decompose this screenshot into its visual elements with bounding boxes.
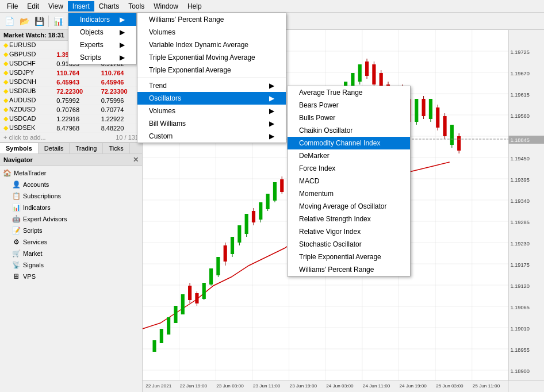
svg-text:1.19340: 1.19340 <box>510 198 529 204</box>
menu-window[interactable]: Window <box>149 1 183 11</box>
osc-triple-exponential-average[interactable]: Triple Exponential Average <box>288 251 410 263</box>
menu-help[interactable]: Help <box>183 1 206 11</box>
svg-rect-107 <box>436 107 439 128</box>
submenu-arrow-icon: ▶ <box>269 82 274 90</box>
bid-price: 0.70768 <box>53 105 97 114</box>
nav-item-services[interactable]: ⚙ Services <box>0 236 142 248</box>
nav-item-scripts[interactable]: 📝 Scripts <box>0 225 142 236</box>
svg-rect-37 <box>188 286 191 300</box>
toolbar-open[interactable]: 📂 <box>17 14 31 28</box>
menu-charts[interactable]: Charts <box>94 1 124 11</box>
osc-relative-strength-index[interactable]: Relative Strength Index <box>288 213 410 225</box>
svg-text:22 Jun 2021: 22 Jun 2021 <box>145 383 172 389</box>
tab-details[interactable]: Details <box>39 143 70 153</box>
osc-commodity-channel-index[interactable]: Commodity Channel Index <box>288 137 410 149</box>
osc-relative-vigor-index[interactable]: Relative Vigor Index <box>288 225 410 238</box>
svg-rect-61 <box>273 182 277 201</box>
nav-item-label: Expert Advisors <box>23 216 140 222</box>
services-icon: ⚙ <box>12 237 21 247</box>
nav-item-indicators[interactable]: 📊 Indicators <box>0 202 142 213</box>
indicators-triple-exp-ma[interactable]: Triple Exponential Moving Average <box>137 51 286 64</box>
table-row[interactable]: ◆NZDUSD 0.70768 0.70774 <box>0 105 142 114</box>
svg-rect-113 <box>457 136 461 151</box>
symbol-icon: ◆ <box>3 124 8 131</box>
ask-price: 6.45946 <box>98 78 142 87</box>
market-icon: 🛒 <box>12 249 21 258</box>
table-row[interactable]: ◆USDRUB 72.22300 72.23300 <box>0 87 142 96</box>
navigator-panel: Navigator ✕ 🏠 MetaTrader 👤 Accounts 📋 Su… <box>0 153 142 392</box>
tab-trading[interactable]: Trading <box>70 143 103 153</box>
osc-force-index[interactable]: Force Index <box>288 162 410 175</box>
toolbar-chart[interactable]: 📊 <box>51 14 65 28</box>
indicators-triple-exp-avg[interactable]: Triple Exponential Average <box>137 64 286 76</box>
svg-text:25 Jun 11:00: 25 Jun 11:00 <box>473 383 500 389</box>
navigator-header: Navigator ✕ <box>0 154 142 166</box>
tab-ticks[interactable]: Ticks <box>103 143 129 153</box>
add-symbol-row[interactable]: + click to add... 10 / 131 <box>0 133 142 142</box>
bid-price: 110.764 <box>53 68 97 78</box>
nav-item-market[interactable]: 🛒 Market <box>0 248 142 259</box>
menu-tools[interactable]: Tools <box>124 1 149 11</box>
nav-item-accounts[interactable]: 👤 Accounts <box>0 179 142 190</box>
osc-chaikin-oscillator[interactable]: Chaikin Oscillator <box>288 124 410 137</box>
toolbar-save[interactable]: 💾 <box>32 14 46 28</box>
table-row[interactable]: ◆USDCNH 6.45943 6.45946 <box>0 78 142 87</box>
indicators-bill-williams[interactable]: Bill Williams ▶ <box>137 117 286 130</box>
toolbar-new[interactable]: 📄 <box>2 14 16 28</box>
tab-symbols[interactable]: Symbols <box>0 143 39 153</box>
nav-item-vps[interactable]: 🖥 VPS <box>0 271 142 282</box>
vps-icon: 🖥 <box>12 272 21 281</box>
svg-text:1.18845: 1.18845 <box>510 137 529 143</box>
svg-text:1.18900: 1.18900 <box>510 368 529 374</box>
menu-file[interactable]: File <box>2 1 22 11</box>
osc-macd[interactable]: MACD <box>288 175 410 187</box>
indicators-williams-percent-range[interactable]: Williams' Percent Range <box>137 13 286 26</box>
table-row[interactable]: ◆AUDUSD 0.75992 0.75996 <box>0 96 142 105</box>
navigator-close-button[interactable]: ✕ <box>133 156 139 164</box>
table-row[interactable]: ◆USDCAD 1.22916 1.22922 <box>0 114 142 124</box>
indicators-custom[interactable]: Custom ▶ <box>137 130 286 143</box>
osc-average-true-range[interactable]: Average True Range <box>288 86 410 99</box>
osc-moving-average-oscillator[interactable]: Moving Average of Oscillator <box>288 200 410 213</box>
menu-item-objects[interactable]: Objects ▶ <box>68 26 136 39</box>
menu-item-experts[interactable]: Experts ▶ <box>68 39 136 51</box>
osc-momentum[interactable]: Momentum <box>288 187 410 200</box>
menu-view[interactable]: View <box>44 1 68 11</box>
menu-item-indicators[interactable]: Indicators ▶ <box>68 13 136 26</box>
indicators-volumes[interactable]: Volumes <box>137 26 286 39</box>
submenu-arrow-icon: ▶ <box>120 53 125 62</box>
svg-rect-57 <box>259 202 262 220</box>
osc-bears-power[interactable]: Bears Power <box>288 99 410 112</box>
menu-item-scripts[interactable]: Scripts ▶ <box>68 51 136 64</box>
nav-item-subscriptions[interactable]: 📋 Subscriptions <box>0 190 142 202</box>
bid-price: 6.45943 <box>53 78 97 87</box>
menu-separator <box>137 78 286 78</box>
nav-item-label: Accounts <box>23 181 140 188</box>
nav-item-metatrader[interactable]: 🏠 MetaTrader <box>0 167 142 179</box>
table-row[interactable]: ◆USDJPY 110.764 110.764 <box>0 68 142 78</box>
nav-item-signals[interactable]: 📡 Signals <box>0 259 142 271</box>
svg-rect-27 <box>152 340 156 352</box>
ask-price: 0.75996 <box>98 96 142 105</box>
nav-item-expert-advisors[interactable]: 🤖 Expert Advisors <box>0 213 142 225</box>
indicators-oscillators[interactable]: Oscillators ▶ <box>137 92 286 105</box>
symbol-icon: ◆ <box>3 106 8 113</box>
osc-bulls-power[interactable]: Bulls Power <box>288 112 410 124</box>
osc-demarker[interactable]: DeMarker <box>288 149 410 162</box>
svg-text:23 Jun 03:00: 23 Jun 03:00 <box>216 383 244 389</box>
osc-williams-percent-range[interactable]: Williams' Percent Range <box>288 263 410 276</box>
indicators-trend[interactable]: Trend ▶ <box>137 79 286 92</box>
menu-insert[interactable]: Insert <box>68 1 94 11</box>
submenu-arrow-icon: ▶ <box>269 94 274 102</box>
osc-stochastic-oscillator[interactable]: Stochastic Oscillator <box>288 238 410 251</box>
menu-edit[interactable]: Edit <box>22 1 44 11</box>
indicators-variable-index[interactable]: Variable Index Dynamic Average <box>137 39 286 51</box>
signals-icon: 📡 <box>12 260 21 270</box>
symbol-icon: ◆ <box>3 41 8 48</box>
svg-rect-33 <box>174 306 177 323</box>
bid-price: 1.22916 <box>53 114 97 124</box>
svg-rect-49 <box>231 237 234 254</box>
indicators-volumes-sub[interactable]: Volumes ▶ <box>137 105 286 117</box>
table-row[interactable]: ◆USDSEK 8.47968 8.48220 <box>0 124 142 133</box>
svg-rect-39 <box>195 293 198 303</box>
